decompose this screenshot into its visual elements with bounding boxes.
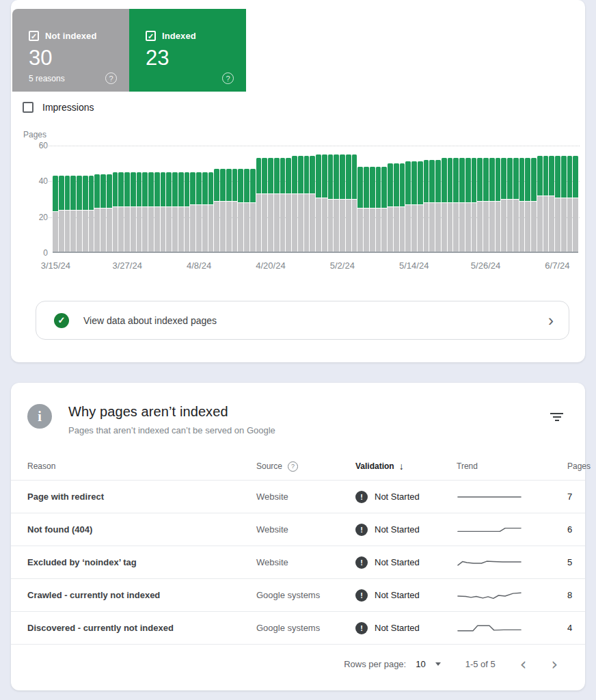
chart-bar[interactable] [543,156,549,252]
chart-bar[interactable] [131,172,136,252]
chart-bar[interactable] [310,156,315,252]
chart-bar[interactable] [465,158,471,252]
chart-bar[interactable] [352,154,357,252]
chart-bar[interactable] [489,158,495,252]
chart-bar[interactable] [411,161,417,252]
indexed-card[interactable]: ✓ Indexed 23 ? [129,9,246,92]
chart-bar[interactable] [94,174,100,252]
help-icon[interactable]: ? [105,72,117,84]
next-page-button[interactable]: › [551,656,558,673]
chart-bar[interactable] [77,176,82,252]
chart-bar[interactable] [262,158,267,252]
chart-bar[interactable] [256,158,262,252]
chart-bar[interactable] [113,172,118,252]
view-indexed-data-button[interactable]: ✓ View data about indexed pages › [36,301,569,340]
chart-bar[interactable] [322,154,327,252]
chart-bar[interactable] [190,172,195,252]
chart-bar[interactable] [328,154,334,252]
chart-bar[interactable] [429,160,435,252]
chart-bar[interactable] [519,158,525,252]
help-icon[interactable]: ? [288,461,298,472]
chart-bar[interactable] [100,174,106,252]
chart-bar[interactable] [161,172,166,252]
column-validation[interactable]: Validation ↓ [355,461,457,472]
rows-per-page-select[interactable]: Rows per page: 10 [344,659,441,669]
chart-bar[interactable] [400,163,405,252]
chart-bar[interactable] [118,172,124,252]
chart-bar[interactable] [424,160,429,252]
chart-bar[interactable] [453,158,459,252]
chart-bar[interactable] [107,174,112,252]
not-indexed-card[interactable]: ✓ Not indexed 30 5 reasons ? [12,9,129,92]
impressions-checkbox[interactable] [23,102,33,113]
chart-bar[interactable] [567,156,573,252]
chart-bar[interactable] [142,172,148,252]
chart-bar[interactable] [196,172,202,252]
chart-bar[interactable] [459,158,465,252]
chart-bar[interactable] [208,172,214,252]
chart-bar[interactable] [185,172,190,252]
chart-bar[interactable] [483,158,489,252]
chart-bar[interactable] [507,158,513,252]
column-reason[interactable]: Reason [27,461,256,471]
chart-bar[interactable] [357,167,363,252]
chart-bar[interactable] [394,163,399,252]
chart-bar[interactable] [496,158,501,252]
chart-bar[interactable] [274,158,280,252]
chart-bar[interactable] [304,156,310,252]
chart-bar[interactable] [405,161,411,252]
chart-bar[interactable] [220,169,226,252]
chart-bar[interactable] [448,158,453,252]
column-trend[interactable]: Trend [457,461,567,471]
chart-bar[interactable] [316,154,321,252]
chart-bar[interactable] [531,158,537,252]
chart-bar[interactable] [549,156,554,252]
chart-bar[interactable] [573,156,578,252]
chart-bar[interactable] [280,158,286,252]
chart-bar[interactable] [555,156,560,252]
chart-bar[interactable] [442,158,447,252]
impressions-toggle[interactable]: Impressions [23,102,94,113]
column-source[interactable]: Source ? [256,461,355,472]
chart-bar[interactable] [370,167,375,252]
table-row[interactable]: Discovered - currently not indexed Googl… [11,611,585,644]
chart-bar[interactable] [292,156,297,252]
chart-bar[interactable] [89,176,94,252]
chart-bar[interactable] [286,158,291,252]
help-icon[interactable]: ? [222,72,234,84]
chart-bar[interactable] [268,158,273,252]
chart-bar[interactable] [501,158,506,252]
chart-bar[interactable] [346,154,351,252]
chart-bar[interactable] [472,158,477,252]
chart-bar[interactable] [244,169,249,252]
table-row[interactable]: Excluded by ‘noindex’ tag Website ! Not … [11,546,585,578]
chart-bar[interactable] [381,167,387,252]
chart-bar[interactable] [561,156,567,252]
chart-bar[interactable] [525,158,530,252]
previous-page-button[interactable]: ‹ [520,656,527,673]
chart-bar[interactable] [172,172,178,252]
chart-bar[interactable] [435,160,441,252]
chart-bar[interactable] [65,176,70,252]
chart-bar[interactable] [232,169,238,252]
filter-icon[interactable] [547,410,566,435]
chart-bar[interactable] [250,169,256,252]
chart-bar[interactable] [83,176,88,252]
chart-bar[interactable] [376,167,381,252]
chart-bar[interactable] [154,172,160,252]
chart-bar[interactable] [340,154,345,252]
indexed-checkbox[interactable]: ✓ [146,31,156,41]
chart-bar[interactable] [513,158,519,252]
chart-bar[interactable] [178,172,184,252]
chart-bar[interactable] [202,172,208,252]
chart-bar[interactable] [364,167,369,252]
chart-bar[interactable] [70,176,76,252]
chart-bar[interactable] [477,158,483,252]
table-row[interactable]: Not found (404) Website ! Not Started 6 [11,513,585,546]
chart-bar[interactable] [226,169,232,252]
table-row[interactable]: Page with redirect Website ! Not Started… [11,480,585,513]
chart-bar[interactable] [298,156,303,252]
chart-bar[interactable] [537,156,543,252]
chart-bar[interactable] [418,161,423,252]
chart-bar[interactable] [137,172,142,252]
